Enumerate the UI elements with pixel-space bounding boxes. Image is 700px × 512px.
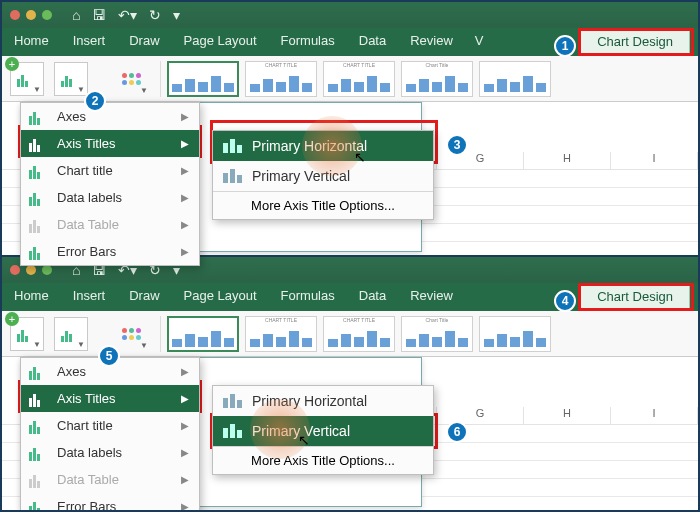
- data-labels-icon: [29, 190, 49, 206]
- col-I[interactable]: I: [611, 152, 698, 170]
- sub-more-options[interactable]: More Axis Title Options...: [213, 446, 433, 474]
- zoom-icon[interactable]: [42, 265, 52, 275]
- window-controls[interactable]: [10, 10, 52, 20]
- style-thumb-5[interactable]: [479, 316, 551, 352]
- window-controls[interactable]: [10, 265, 52, 275]
- add-chart-element-button[interactable]: + ▼: [10, 62, 44, 96]
- qat-more-icon[interactable]: ▾: [173, 7, 180, 23]
- chevron-down-icon: ▼: [77, 340, 85, 349]
- chevron-right-icon: ▶: [181, 165, 189, 176]
- titlebar: ⌂ 🖫 ↶▾ ↻ ▾: [2, 2, 698, 28]
- menu-item-axis-titles[interactable]: Axis Titles▶: [21, 130, 199, 157]
- menu-item-chart-title[interactable]: Chart title▶: [21, 412, 199, 439]
- style-thumb-4[interactable]: Chart Title: [401, 316, 473, 352]
- style-thumb-1[interactable]: [167, 61, 239, 97]
- style-thumb-2[interactable]: CHART TITLE: [245, 316, 317, 352]
- tab-formulas[interactable]: Formulas: [269, 28, 347, 56]
- axes-icon: [29, 364, 49, 380]
- tab-home[interactable]: Home: [2, 28, 61, 56]
- change-colors-button[interactable]: ▼: [116, 62, 150, 96]
- chevron-right-icon: ▶: [181, 192, 189, 203]
- error-bars-icon: [29, 244, 49, 260]
- data-table-icon: [29, 472, 49, 488]
- col-I[interactable]: I: [611, 407, 698, 425]
- chevron-right-icon: ▶: [181, 366, 189, 377]
- menu-item-chart-title[interactable]: Chart title▶: [21, 157, 199, 184]
- tab-pagelayout[interactable]: Page Layout: [172, 28, 269, 56]
- menu-item-data-labels[interactable]: Data labels▶: [21, 439, 199, 466]
- tab-draw[interactable]: Draw: [117, 283, 171, 311]
- style-thumb-5[interactable]: [479, 61, 551, 97]
- quick-layout-button[interactable]: ▼: [54, 317, 88, 351]
- style-thumb-4[interactable]: Chart Title: [401, 61, 473, 97]
- sub-primary-vertical[interactable]: Primary Vertical: [213, 416, 433, 446]
- highlight-chart-design-1: [578, 28, 694, 56]
- tab-insert[interactable]: Insert: [61, 28, 118, 56]
- minimize-icon[interactable]: [26, 10, 36, 20]
- style-thumb-1[interactable]: [167, 316, 239, 352]
- primary-horizontal-icon: [223, 394, 242, 408]
- chevron-down-icon: ▼: [140, 341, 148, 350]
- chevron-right-icon: ▶: [181, 474, 189, 485]
- sub-more-options[interactable]: More Axis Title Options...: [213, 191, 433, 219]
- sub-primary-horizontal[interactable]: Primary Horizontal: [213, 386, 433, 416]
- axis-titles-submenu: Primary Horizontal Primary Vertical More…: [212, 130, 434, 220]
- chevron-right-icon: ▶: [181, 393, 189, 404]
- undo-icon[interactable]: ↶▾: [118, 7, 137, 23]
- col-H[interactable]: H: [524, 152, 611, 170]
- step-badge-4: 4: [554, 290, 576, 312]
- col-H[interactable]: H: [524, 407, 611, 425]
- close-icon[interactable]: [10, 10, 20, 20]
- menu-item-error-bars[interactable]: Error Bars▶: [21, 493, 199, 512]
- sub-primary-horizontal[interactable]: Primary Horizontal: [213, 131, 433, 161]
- save-icon[interactable]: 🖫: [92, 7, 106, 23]
- style-thumb-3[interactable]: CHART TITLE: [323, 316, 395, 352]
- tab-home[interactable]: Home: [2, 283, 61, 311]
- style-thumb-2[interactable]: CHART TITLE: [245, 61, 317, 97]
- excel-window-top: ⌂ 🖫 ↶▾ ↻ ▾ Home Insert Draw Page Layout …: [2, 2, 698, 255]
- tab-review[interactable]: Review: [398, 283, 465, 311]
- excel-window-bottom: ⌂ 🖫 ↶▾ ↻ ▾ Home Insert Draw Page Layout …: [2, 255, 698, 508]
- axis-titles-icon: [29, 391, 49, 407]
- menu-item-axes[interactable]: Axes▶: [21, 103, 199, 130]
- plus-icon: +: [5, 312, 19, 326]
- step-badge-3: 3: [446, 134, 468, 156]
- tab-insert[interactable]: Insert: [61, 283, 118, 311]
- error-bars-icon: [29, 499, 49, 513]
- tab-cutoff[interactable]: V: [465, 28, 488, 56]
- menu-item-data-table[interactable]: Data Table▶: [21, 466, 199, 493]
- tab-draw[interactable]: Draw: [117, 28, 171, 56]
- tab-formulas[interactable]: Formulas: [269, 283, 347, 311]
- col-G[interactable]: G: [437, 152, 524, 170]
- tab-data[interactable]: Data: [347, 283, 398, 311]
- axis-titles-submenu: Primary Horizontal Primary Vertical More…: [212, 385, 434, 475]
- chevron-down-icon: ▼: [33, 340, 41, 349]
- change-colors-button[interactable]: ▼: [116, 317, 150, 351]
- menu-item-data-table[interactable]: Data Table▶: [21, 211, 199, 238]
- step-badge-6: 6: [446, 421, 468, 443]
- style-thumb-3[interactable]: CHART TITLE: [323, 61, 395, 97]
- data-table-icon: [29, 217, 49, 233]
- sub-primary-vertical[interactable]: Primary Vertical: [213, 161, 433, 191]
- chevron-right-icon: ▶: [181, 447, 189, 458]
- chart-title-icon: [29, 418, 49, 434]
- tab-data[interactable]: Data: [347, 28, 398, 56]
- close-icon[interactable]: [10, 265, 20, 275]
- menu-item-axis-titles[interactable]: Axis Titles▶: [21, 385, 199, 412]
- palette-icon: [122, 328, 144, 340]
- primary-vertical-icon: [223, 169, 242, 183]
- menu-item-data-labels[interactable]: Data labels▶: [21, 184, 199, 211]
- home-icon[interactable]: ⌂: [72, 7, 80, 23]
- minimize-icon[interactable]: [26, 265, 36, 275]
- add-chart-element-button[interactable]: + ▼: [10, 317, 44, 351]
- tab-pagelayout[interactable]: Page Layout: [172, 283, 269, 311]
- quick-layout-button[interactable]: ▼: [54, 62, 88, 96]
- axes-icon: [29, 109, 49, 125]
- menu-item-error-bars[interactable]: Error Bars▶: [21, 238, 199, 265]
- zoom-icon[interactable]: [42, 10, 52, 20]
- cursor-icon: ↖: [354, 149, 366, 165]
- redo-icon[interactable]: ↻: [149, 7, 161, 23]
- chevron-right-icon: ▶: [181, 111, 189, 122]
- axis-titles-icon: [29, 136, 49, 152]
- tab-review[interactable]: Review: [398, 28, 465, 56]
